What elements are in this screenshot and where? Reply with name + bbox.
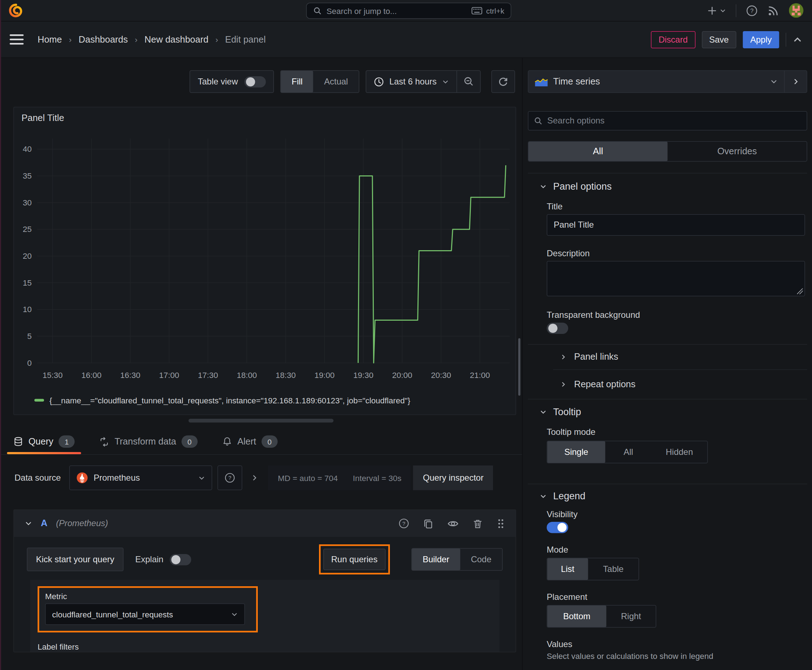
zoom-out-time-button[interactable] [456,71,480,92]
chevron-down-icon [720,7,726,14]
tab-query[interactable]: Query 1 [14,436,75,455]
vertical-scrollbar[interactable] [519,338,520,396]
legend-placement-bottom[interactable]: Bottom [548,606,607,627]
tooltip-mode-label: Tooltip mode [547,427,807,437]
table-view-label: Table view [198,77,238,86]
label-filters-label: Label filters [37,642,492,651]
repeat-options-section[interactable]: Repeat options [560,370,807,399]
breadcrumb-new-dashboard[interactable]: New dashboard [145,34,209,45]
panel-options-section-header[interactable]: Panel options [540,181,807,193]
visualization-select[interactable]: Time series [529,71,784,92]
breadcrumb-separator: › [215,35,219,44]
legend-visibility-label: Visibility [547,510,807,519]
drag-query-handle[interactable] [497,518,505,529]
collapse-header-button[interactable] [793,35,802,44]
breadcrumb-dashboards[interactable]: Dashboards [79,34,128,45]
svg-text:0: 0 [27,359,32,367]
description-textarea[interactable] [547,261,805,296]
legend-section-header[interactable]: Legend [540,491,807,502]
svg-text:16:00: 16:00 [81,371,101,380]
svg-text:?: ? [402,520,405,526]
options-search[interactable] [528,111,807,130]
tooltip-heading: Tooltip [553,406,581,418]
table-view-toggle[interactable] [244,76,266,87]
tab-alert-label: Alert [237,436,256,447]
chart-legend[interactable]: {__name__="cloudflared_tunnel_total_requ… [34,396,410,405]
table-view-control: Table view [190,71,274,93]
datasource-picker[interactable]: Prometheus [70,465,212,490]
actual-option[interactable]: Actual [313,71,359,92]
datasource-name: Prometheus [93,473,140,483]
query-help-icon[interactable]: ? [398,518,409,529]
apply-button[interactable]: Apply [742,31,779,48]
transparent-bg-toggle[interactable] [547,323,568,334]
options-search-input[interactable] [548,116,802,126]
chevron-down-icon [540,183,547,190]
run-queries-button[interactable]: Run queries [323,549,385,570]
svg-text:40: 40 [22,145,32,154]
global-search[interactable]: ctrl+k [306,3,511,19]
tab-overrides[interactable]: Overrides [668,142,807,161]
svg-text:18:00: 18:00 [237,371,257,380]
query-stats: MD = auto = 704 Interval = 30s [268,465,411,490]
builder-code-switch: Builder Code [411,548,503,571]
time-series-chart[interactable]: 051015202530354015:3016:0016:3017:0017:3… [17,132,513,384]
legend-mode-list[interactable]: List [548,558,588,580]
svg-text:20:30: 20:30 [431,371,451,380]
add-new-button[interactable] [707,5,726,16]
chevron-down-icon[interactable] [25,520,32,527]
news-feed-button[interactable] [768,5,780,17]
chevron-down-icon [770,78,778,86]
tab-all-options[interactable]: All [529,142,668,161]
panel-links-section[interactable]: Panel links [560,345,807,369]
toggle-visibility-icon[interactable] [448,518,459,530]
query-row-header[interactable]: A (Prometheus) ? [14,510,515,537]
clock-icon [374,76,384,87]
tooltip-mode-hidden[interactable]: Hidden [652,441,707,463]
code-option[interactable]: Code [460,549,502,570]
tooltip-section-header[interactable]: Tooltip [540,406,807,418]
panel-preview[interactable]: Panel Title 051015202530354015:3016:0016… [14,107,516,415]
metric-select[interactable]: cloudflared_tunnel_total_requests [45,604,245,625]
left-edge-strip [0,0,1,670]
legend-visibility-toggle[interactable] [547,522,568,533]
legend-mode-label: Mode [547,545,807,555]
user-avatar[interactable] [789,3,804,18]
metric-highlight: Metric cloudflared_tunnel_total_requests [37,586,258,633]
panel-toolbar: Table view Fill Actual Last 6 hours [0,71,522,93]
svg-text:5: 5 [27,332,32,341]
metric-value: cloudflared_tunnel_total_requests [52,609,173,619]
grafana-logo[interactable] [8,3,22,18]
panel-title-input[interactable] [547,214,805,236]
panel-resize-handle[interactable] [189,419,334,423]
duplicate-query-icon[interactable] [423,518,434,529]
fill-option[interactable]: Fill [281,71,314,92]
kick-start-button[interactable]: Kick start your query [27,548,124,571]
tooltip-mode-all[interactable]: All [605,441,652,463]
legend-mode-table[interactable]: Table [588,558,639,580]
menu-toggle-icon[interactable] [10,34,24,45]
explain-toggle[interactable] [170,554,191,565]
help-button[interactable]: ? [746,5,758,17]
actions-divider [786,32,787,47]
discard-button[interactable]: Discard [651,31,695,48]
delete-query-icon[interactable] [473,518,483,529]
builder-option[interactable]: Builder [412,549,460,570]
toggle-viz-picker-button[interactable] [784,71,807,92]
legend-placement-right[interactable]: Right [607,606,656,627]
refresh-button[interactable] [492,71,515,93]
svg-text:25: 25 [22,225,32,234]
tab-alert[interactable]: Alert 0 [222,436,278,455]
save-button[interactable]: Save [702,31,736,48]
tooltip-mode-single[interactable]: Single [548,441,605,463]
tab-transform-data[interactable]: Transform data 0 [100,436,198,455]
chevron-down-icon [442,78,449,85]
collapse-options-icon[interactable] [251,474,258,482]
query-inspector-button[interactable]: Query inspector [413,465,493,490]
tab-query-label: Query [29,436,53,447]
time-range-button[interactable]: Last 6 hours [366,76,456,87]
search-input[interactable] [327,6,467,15]
tooltip-mode-group: Single All Hidden [547,441,708,464]
breadcrumb-home[interactable]: Home [37,34,62,45]
datasource-help-button[interactable]: ? [218,465,242,490]
